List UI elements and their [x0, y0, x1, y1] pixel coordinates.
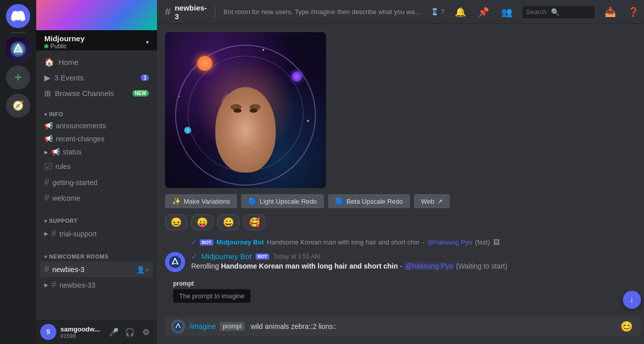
web-label: Web	[421, 198, 435, 205]
face	[215, 87, 276, 173]
hash-icon: #	[44, 264, 49, 275]
mute-button[interactable]: 🎤	[107, 325, 121, 339]
message-input[interactable]	[249, 317, 614, 336]
channel-item-recent-changes[interactable]: 📢 recent-changes	[40, 132, 153, 145]
bot-avatar	[165, 252, 185, 272]
username: samgoodw...	[60, 325, 103, 333]
channel-item-newbies-33[interactable]: ▶ # newbies-33	[40, 277, 153, 293]
pin-button[interactable]: 📌	[476, 5, 491, 20]
discord-home-button[interactable]	[6, 4, 30, 28]
bot-context-row: ✓ BOT Midjourney Bot Handsome Korean man…	[191, 236, 641, 248]
events-icon: ▶	[44, 73, 50, 82]
expand-icon: ▶	[44, 282, 48, 288]
channel-item-newbies-3[interactable]: # newbies-3 👤+	[40, 262, 153, 277]
channel-name: announcements	[56, 122, 106, 130]
add-server-button[interactable]: +	[6, 65, 30, 90]
server-header[interactable]: Midjourney Public ▾	[36, 0, 157, 50]
announce-icon: 📢	[51, 148, 60, 156]
user-controls: 🎤 🎧 ⚙	[107, 325, 153, 339]
bot-context-author: Midjourney Bot	[216, 238, 264, 246]
make-variations-button[interactable]: ✨ Make Variations	[165, 194, 237, 208]
sidebar-item-home[interactable]: 🏠 Home	[40, 54, 153, 70]
info-section-label: INFO	[49, 111, 63, 117]
channel-name: status	[63, 148, 82, 156]
channel-item-rules[interactable]: ☑ rules	[40, 158, 153, 175]
scroll-to-bottom-button[interactable]: ↓	[623, 291, 641, 309]
bot-context-speed: (fast)	[475, 238, 490, 246]
love-emoji: 🥰	[249, 217, 260, 228]
channel-item-trial-support[interactable]: ▶ # trial-support	[40, 226, 153, 241]
support-section: ▾ SUPPORT ▶ # trial-support	[36, 208, 157, 243]
ai-image: ✦ ✦ ✦	[165, 32, 326, 188]
emoji-button[interactable]: 😊	[618, 318, 635, 334]
message-prompt: Handsome Korean man with long hair and s…	[221, 262, 398, 270]
help-button[interactable]: ❓	[626, 5, 641, 20]
channel-name: newbies-3	[52, 266, 85, 274]
light-upscale-redo-button[interactable]: 🔵 Light Upscale Redo	[241, 194, 324, 208]
support-section-header[interactable]: ▾ SUPPORT	[40, 216, 153, 226]
channel-item-welcome[interactable]: # welcome	[40, 190, 153, 206]
message-dash: -	[400, 262, 405, 270]
deafen-button[interactable]: 🎧	[123, 325, 137, 339]
sidebar-nav: 🏠 Home ▶ 3 Events 1 ⊞ Browse Channels NE…	[36, 50, 157, 101]
bot-context-mention: @haksung Pyo	[428, 238, 472, 246]
info-section-header[interactable]: ▾ INFO	[40, 109, 153, 119]
prompt-label: prompt	[173, 280, 633, 287]
blue-circle-icon-2: 🔵	[335, 197, 344, 205]
sidebar-item-browse-channels[interactable]: ⊞ Browse Channels NEW	[40, 85, 153, 101]
new-badge: NEW	[132, 90, 149, 97]
message-text: Rerolling Handsome Korean man with long …	[191, 262, 641, 272]
emoji-reactions: 😖 😛 😀 🥰	[165, 214, 641, 230]
input-label: prompt	[220, 322, 245, 331]
bot-message-author: Midjourney Bot	[201, 252, 252, 261]
tired-emoji: 😖	[171, 217, 182, 228]
bot-message-content: ✓ Midjourney Bot BOT Today at 3:55 AM Re…	[191, 252, 641, 272]
search-placeholder-text: Search	[526, 8, 547, 16]
channel-name: trial-support	[59, 230, 97, 238]
inbox-button[interactable]: 📥	[603, 5, 618, 20]
sidebar-item-events[interactable]: ▶ 3 Events 1	[40, 70, 153, 85]
reaction-tired[interactable]: 😖	[165, 214, 187, 230]
server-status-label: Public	[50, 43, 67, 50]
channel-item-status[interactable]: ▶ 📢 status	[40, 145, 153, 158]
topbar: # newbies-3 Bot room for new users. Type…	[157, 0, 644, 24]
search-box[interactable]: Search 🔍	[522, 6, 595, 18]
explore-servers-button[interactable]: 🧭	[6, 94, 30, 118]
web-button[interactable]: Web ↗	[414, 194, 450, 208]
avatar: S	[40, 324, 56, 340]
hash-icon: #	[44, 177, 49, 188]
add-user-icon: 👤+	[136, 266, 149, 274]
avatar-letter: S	[46, 328, 50, 335]
reaction-tongue[interactable]: 😛	[191, 214, 213, 230]
reaction-grin[interactable]: 😀	[217, 214, 239, 230]
hash-icon: #	[51, 228, 56, 239]
sparkle-icon: ✨	[172, 197, 181, 205]
bot-badge-2: BOT	[256, 253, 269, 260]
main-content: # newbies-3 Bot room for new users. Type…	[157, 0, 644, 344]
user-area: S samgoodw... #1598 🎤 🎧 ⚙	[36, 320, 157, 344]
channel-item-announcements[interactable]: 📢 announcements	[40, 119, 153, 132]
channel-name: getting-started	[52, 179, 98, 187]
thread-icon: 🧵	[431, 8, 439, 16]
events-label: 3 Events	[54, 73, 84, 82]
midjourney-server-icon[interactable]	[6, 37, 30, 61]
home-icon: 🏠	[44, 57, 54, 67]
tongue-emoji: 😛	[197, 217, 208, 228]
notification-bell-button[interactable]: 🔔	[453, 5, 468, 20]
channel-name: newbies-33	[59, 281, 96, 289]
channel-item-getting-started[interactable]: # getting-started	[40, 175, 153, 190]
grin-emoji: 😀	[223, 217, 234, 228]
newcomer-section-header[interactable]: ▾ NEWCOMER ROOMS	[40, 251, 153, 262]
search-icon: 🔍	[551, 8, 559, 16]
topbar-description: Bot room for new users. Type /imagine th…	[223, 8, 425, 16]
browse-label: Browse Channels	[55, 89, 114, 98]
settings-button[interactable]: ⚙	[139, 325, 153, 339]
reaction-love[interactable]: 🥰	[244, 214, 266, 230]
image-message: ✦ ✦ ✦ ✨ Make Variations 🔵 Light Upscale …	[165, 32, 641, 230]
members-button[interactable]: 👥	[499, 5, 514, 20]
info-section: ▾ INFO 📢 announcements 📢 recent-changes …	[36, 101, 157, 208]
verified-badge: ✓	[191, 238, 197, 246]
beta-upscale-redo-button[interactable]: 🔵 Beta Upscale Redo	[328, 194, 410, 208]
messages-area: ✦ ✦ ✦ ✨ Make Variations 🔵 Light Upscale …	[157, 24, 644, 317]
expand-icon: ▶	[44, 231, 48, 236]
